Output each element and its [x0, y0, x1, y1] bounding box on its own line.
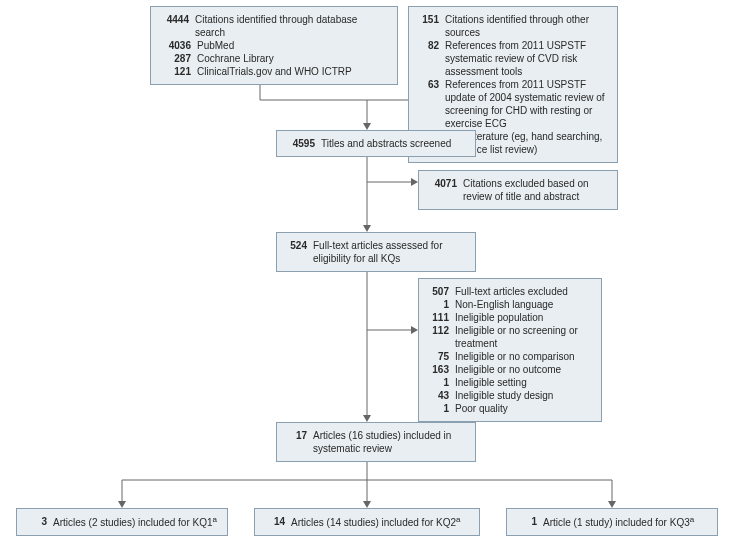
count: 75 — [427, 350, 449, 363]
label: Titles and abstracts screened — [321, 137, 467, 150]
count: 82 — [417, 39, 439, 78]
label: Ineligible or no outcome — [455, 363, 593, 376]
count: 3 — [25, 515, 47, 529]
count: 4444 — [159, 13, 189, 39]
label: Citations excluded based on review of ti… — [463, 177, 609, 203]
label: Non-English language — [455, 298, 593, 311]
count: 112 — [427, 324, 449, 350]
label: Cochrane Library — [197, 52, 389, 65]
svg-marker-12 — [411, 326, 418, 334]
box-db-search: 4444Citations identified through databas… — [150, 6, 398, 85]
count: 151 — [417, 13, 439, 39]
label: Full-text articles assessed for eligibil… — [313, 239, 467, 265]
label: Citations identified through database se… — [195, 13, 389, 39]
count: 17 — [285, 429, 307, 455]
label: Ineligible setting — [455, 376, 593, 389]
label: Citations identified through other sourc… — [445, 13, 609, 39]
svg-marker-18 — [363, 501, 371, 508]
count: 43 — [427, 389, 449, 402]
count: 111 — [427, 311, 449, 324]
count: 63 — [417, 78, 439, 130]
label: PubMed — [197, 39, 389, 52]
label: References from 2011 USPSTF systematic r… — [445, 39, 609, 78]
count: 1 — [427, 298, 449, 311]
svg-marker-16 — [118, 501, 126, 508]
count: 4071 — [427, 177, 457, 203]
box-kq2: 14Articles (14 studies) included for KQ2… — [254, 508, 480, 536]
svg-marker-8 — [411, 178, 418, 186]
count: 1 — [427, 402, 449, 415]
svg-marker-10 — [363, 415, 371, 422]
label: Articles (2 studies) included for KQ1a — [53, 515, 219, 529]
svg-marker-20 — [608, 501, 616, 508]
label: References from 2011 USPSTF update of 20… — [445, 78, 609, 130]
label: Poor quality — [455, 402, 593, 415]
box-included: 17Articles (16 studies) included in syst… — [276, 422, 476, 462]
box-kq1: 3Articles (2 studies) included for KQ1a — [16, 508, 228, 536]
label: Ineligible or no comparison — [455, 350, 593, 363]
count: 1 — [515, 515, 537, 529]
label: Articles (16 studies) included in system… — [313, 429, 467, 455]
label: Ineligible study design — [455, 389, 593, 402]
count: 507 — [427, 285, 449, 298]
box-fulltext-assessed: 524Full-text articles assessed for eligi… — [276, 232, 476, 272]
count: 1 — [427, 376, 449, 389]
count: 524 — [285, 239, 307, 265]
count: 163 — [427, 363, 449, 376]
count: 4036 — [163, 39, 191, 52]
label: Ineligible population — [455, 311, 593, 324]
svg-marker-6 — [363, 225, 371, 232]
label: Ineligible or no screening or treatment — [455, 324, 593, 350]
count: 121 — [163, 65, 191, 78]
count: 287 — [163, 52, 191, 65]
box-kq3: 1Article (1 study) included for KQ3a — [506, 508, 718, 536]
box-screened: 4595Titles and abstracts screened — [276, 130, 476, 157]
label: Article (1 study) included for KQ3a — [543, 515, 709, 529]
count: 4595 — [285, 137, 315, 150]
box-fulltext-excluded: 507Full-text articles excluded 1Non-Engl… — [418, 278, 602, 422]
count: 14 — [263, 515, 285, 529]
label: Full-text articles excluded — [455, 285, 593, 298]
svg-marker-4 — [363, 123, 371, 130]
label: Articles (14 studies) included for KQ2a — [291, 515, 471, 529]
box-excluded-title-abstract: 4071Citations excluded based on review o… — [418, 170, 618, 210]
label: ClinicalTrials.gov and WHO ICTRP — [197, 65, 389, 78]
